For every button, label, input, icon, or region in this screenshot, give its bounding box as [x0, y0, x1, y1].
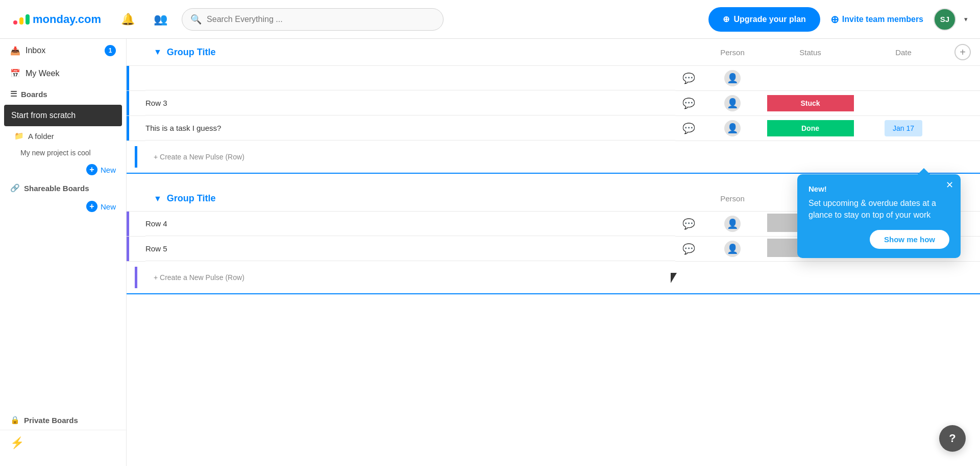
- row4-chat[interactable]: 💬: [675, 212, 702, 237]
- person-avatar-row4[interactable]: 👤: [724, 216, 741, 232]
- row5-name-text: Row 5: [145, 244, 167, 253]
- row4-name[interactable]: Row 4: [145, 212, 675, 236]
- group2-bar-spacer: [127, 186, 145, 212]
- row-hidden-person: 👤: [702, 66, 763, 91]
- sidebar-item-start-from-scratch[interactable]: Start from scratch: [4, 105, 122, 126]
- invite-button[interactable]: ⊕ Invite team members: [830, 13, 923, 26]
- row5-person: 👤: [702, 237, 763, 262]
- row-hidden-status: [763, 66, 857, 91]
- group1-bar-spacer: [127, 39, 145, 66]
- shareable-new-button[interactable]: + New: [86, 201, 116, 212]
- group1-title: Group Title: [167, 47, 216, 58]
- group2-chat-col-header: [675, 186, 702, 212]
- row-task-chat[interactable]: 💬: [675, 116, 702, 141]
- row-task-bar: [127, 116, 145, 141]
- row-hidden-name: [145, 66, 675, 90]
- invite-icon: ⊕: [830, 13, 839, 26]
- row4-bar: [127, 212, 145, 237]
- group2-title-cell: ▼ Group Title: [145, 186, 675, 212]
- topnav: monday.com 🔔 👥 🔍 ⊕ Upgrade your plan ⊕ I…: [0, 0, 980, 39]
- group1-create-bar: [127, 141, 145, 174]
- team-button[interactable]: 👥: [149, 8, 172, 31]
- sidebar: 📥 Inbox 1 📅 My Week ☰ Boards Start from …: [0, 39, 127, 466]
- row4-name-text: Row 4: [145, 219, 167, 228]
- group1-header-row: ▼ Group Title Person Status Date +: [127, 39, 980, 66]
- group1-title-cell: ▼ Group Title: [145, 39, 675, 66]
- group1-person-col-header: Person: [702, 39, 763, 66]
- notifications-button[interactable]: 🔔: [116, 8, 139, 31]
- group1-row-3: Row 3 💬 👤 Stuck: [127, 91, 980, 116]
- sidebar-boards-section[interactable]: ☰ Boards: [0, 84, 126, 104]
- row5-bar: [127, 237, 145, 262]
- group1-add-col-cell: +: [949, 39, 980, 66]
- group2-chevron[interactable]: ▼: [154, 194, 162, 203]
- shareable-new-circle-icon: +: [86, 201, 97, 212]
- row3-status[interactable]: Stuck: [763, 91, 857, 116]
- group1-date-col-header: Date: [857, 39, 949, 66]
- sidebar-bolt-row[interactable]: ⚡: [0, 430, 126, 456]
- help-button[interactable]: ?: [939, 425, 966, 452]
- tooltip-close-button[interactable]: ✕: [946, 180, 953, 190]
- cursor: [671, 273, 679, 284]
- myweek-label: My Week: [26, 69, 59, 78]
- upgrade-button[interactable]: ⊕ Upgrade your plan: [708, 7, 820, 32]
- content-area: ▼ Group Title Person Status Date +: [127, 39, 980, 466]
- group1-chevron[interactable]: ▼: [154, 48, 162, 57]
- avatar-caret[interactable]: ▾: [964, 15, 968, 23]
- row-bar-hidden: [127, 66, 145, 91]
- tooltip-action-button[interactable]: Show me how: [870, 230, 949, 249]
- upgrade-icon: ⊕: [723, 14, 729, 24]
- sidebar-folder[interactable]: 📁 A folder: [0, 127, 126, 145]
- group1-row-task: This is a task I guess? 💬 👤 Done Jan 17: [127, 116, 980, 141]
- board-table-1: ▼ Group Title Person Status Date +: [127, 39, 980, 174]
- logo: monday.com: [12, 10, 101, 29]
- shareable-new-btn-row: + New: [0, 198, 126, 215]
- search-icon: 🔍: [190, 14, 202, 25]
- shareable-boards-label: Shareable Boards: [24, 184, 89, 193]
- row3-name[interactable]: Row 3: [145, 91, 675, 115]
- row5-name[interactable]: Row 5: [145, 237, 675, 261]
- group1-row-hidden: 💬 👤: [127, 66, 980, 91]
- row5-chat[interactable]: 💬: [675, 237, 702, 262]
- sidebar-project-item[interactable]: My new project is cool: [0, 145, 126, 161]
- person-avatar-hidden[interactable]: 👤: [724, 70, 741, 86]
- boards-menu-icon: ☰: [10, 89, 17, 99]
- person-avatar-row3[interactable]: 👤: [724, 95, 741, 111]
- row3-name-text: Row 3: [145, 99, 167, 107]
- row4-person: 👤: [702, 212, 763, 237]
- group1-create-row[interactable]: + Create a New Pulse (Row): [127, 141, 980, 174]
- sidebar-item-myweek[interactable]: 📅 My Week: [0, 62, 126, 84]
- bolt-icon: ⚡: [10, 436, 24, 450]
- row-task-person: 👤: [702, 116, 763, 141]
- sidebar-shareable-boards-section[interactable]: 🔗 Shareable Boards: [0, 178, 126, 198]
- search-input[interactable]: [207, 15, 435, 24]
- row3-chat[interactable]: 💬: [675, 91, 702, 116]
- avatar[interactable]: SJ: [934, 8, 956, 31]
- sidebar-item-inbox[interactable]: 📥 Inbox 1: [0, 39, 126, 62]
- row-task-status[interactable]: Done: [763, 116, 857, 141]
- person-avatar-row5[interactable]: 👤: [724, 241, 741, 257]
- svg-rect-2: [26, 14, 30, 25]
- tooltip-popup: ✕ New! Set upcoming & overdue dates at a…: [797, 174, 961, 258]
- row3-bar: [127, 91, 145, 116]
- boards-label: Boards: [21, 90, 47, 99]
- start-from-scratch-label: Start from scratch: [11, 111, 76, 120]
- row-hidden-chat[interactable]: 💬: [675, 66, 702, 91]
- help-label: ?: [949, 432, 955, 445]
- monday-logo-icon: [12, 10, 31, 29]
- group2-create-label: + Create a New Pulse (Row): [145, 262, 980, 294]
- lock-icon: 🔒: [10, 415, 20, 425]
- group2-create-row[interactable]: + Create a New Pulse (Row): [127, 262, 980, 294]
- people-icon: 👥: [154, 13, 167, 26]
- boards-new-button[interactable]: + New: [86, 164, 116, 175]
- person-avatar-task[interactable]: 👤: [724, 120, 741, 136]
- folder-icon: 📁: [14, 131, 24, 141]
- group1-add-col-button[interactable]: +: [954, 44, 971, 60]
- row-task-date[interactable]: Jan 17: [857, 116, 949, 141]
- tooltip-message: Set upcoming & overdue dates at a glance…: [808, 197, 949, 221]
- row3-person: 👤: [702, 91, 763, 116]
- row-task-name[interactable]: This is a task I guess?: [145, 116, 675, 141]
- boards-new-label: New: [101, 166, 116, 174]
- inbox-badge: 1: [105, 45, 116, 56]
- avatar-initials: SJ: [940, 15, 949, 24]
